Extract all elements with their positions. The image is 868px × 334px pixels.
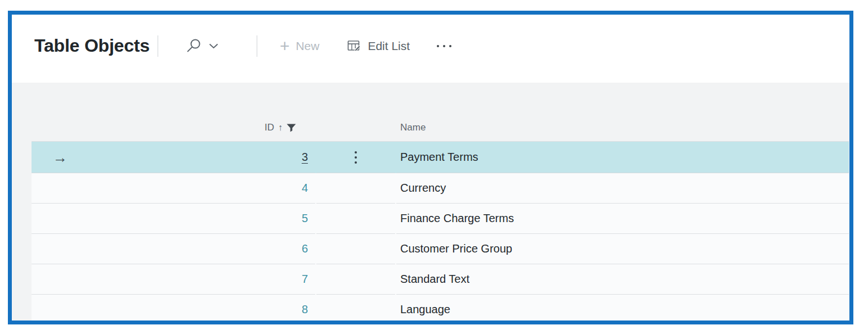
table-row[interactable]: 6 Customer Price Group <box>32 234 849 264</box>
row-menu-cell <box>316 295 395 321</box>
table-body: → 3 Payment Terms 4 Currency <box>32 141 849 321</box>
sort-ascending-icon: ↑ <box>278 123 283 133</box>
id-cell: 4 <box>32 173 315 204</box>
table-row[interactable]: 4 Currency <box>32 173 849 204</box>
chevron-down-icon <box>209 43 218 49</box>
id-cell: 7 <box>32 264 315 295</box>
id-cell: 6 <box>32 234 315 264</box>
id-link[interactable]: 5 <box>302 212 308 225</box>
column-header-name-label: Name <box>400 122 426 133</box>
table-row[interactable]: 5 Finance Charge Terms <box>32 204 849 234</box>
table-row[interactable]: 8 Language <box>32 295 849 321</box>
new-button-label: New <box>296 39 319 53</box>
name-cell: Standard Text <box>396 264 849 295</box>
id-link[interactable]: 7 <box>302 273 308 286</box>
id-link[interactable]: 3 <box>302 151 308 164</box>
page-title: Table Objects <box>34 35 150 56</box>
active-row-arrow-icon: → <box>53 150 68 165</box>
id-link[interactable]: 4 <box>302 182 308 195</box>
column-header-id-label: ID <box>265 122 274 133</box>
filter-icon <box>287 124 296 132</box>
row-menu-cell <box>316 142 395 173</box>
list-pane: ID ↑ Name → 3 <box>12 83 849 321</box>
edit-list-icon <box>347 39 361 53</box>
row-menu-kebab-icon[interactable] <box>352 149 359 166</box>
id-cell: 5 <box>32 204 315 234</box>
search-icon <box>186 38 202 53</box>
table-objects-page: Table Objects + New Edit Lis <box>8 11 853 324</box>
row-menu-cell <box>316 204 395 234</box>
edit-list-button-label: Edit List <box>368 39 410 53</box>
column-header-name[interactable]: Name <box>396 122 849 133</box>
toolbar-divider <box>158 35 158 57</box>
id-link[interactable]: 8 <box>302 303 308 316</box>
id-link[interactable]: 6 <box>302 242 308 255</box>
edit-list-button[interactable]: Edit List <box>346 37 411 55</box>
column-headers: ID ↑ Name <box>32 83 849 141</box>
row-menu-cell <box>316 173 395 204</box>
name-cell: Currency <box>396 173 849 204</box>
table-row[interactable]: 7 Standard Text <box>32 264 849 295</box>
row-menu-cell <box>316 264 395 295</box>
ellipsis-icon <box>437 45 451 47</box>
new-button[interactable]: + New <box>279 37 321 55</box>
plus-icon: + <box>280 39 290 53</box>
name-cell: Payment Terms <box>396 142 849 173</box>
id-cell: 8 <box>32 295 315 321</box>
name-cell: Finance Charge Terms <box>396 204 849 234</box>
search-button[interactable] <box>185 36 220 56</box>
column-header-id[interactable]: ID ↑ <box>32 122 315 133</box>
name-cell: Language <box>396 295 849 321</box>
name-cell: Customer Price Group <box>396 234 849 264</box>
page-header: Table Objects + New Edit Lis <box>12 15 849 83</box>
toolbar-divider <box>257 35 257 57</box>
table-row[interactable]: → 3 Payment Terms <box>32 142 849 173</box>
id-cell: → 3 <box>32 142 315 173</box>
more-options-button[interactable] <box>435 39 454 53</box>
row-menu-cell <box>316 234 395 264</box>
